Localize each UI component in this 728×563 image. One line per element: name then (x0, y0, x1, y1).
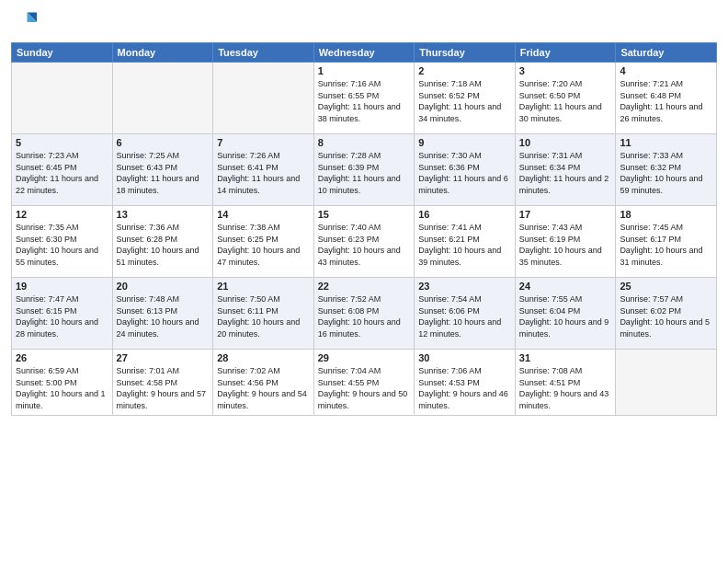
day-number: 4 (620, 65, 712, 76)
day-info: Sunrise: 7:41 AMSunset: 6:21 PMDaylight:… (418, 222, 511, 268)
calendar-cell: 20Sunrise: 7:48 AMSunset: 6:13 PMDayligh… (112, 278, 213, 350)
day-info: Sunrise: 7:31 AMSunset: 6:34 PMDaylight:… (519, 150, 612, 196)
calendar-cell: 25Sunrise: 7:57 AMSunset: 6:02 PMDayligh… (616, 278, 717, 350)
day-info: Sunrise: 7:26 AMSunset: 6:41 PMDaylight:… (217, 150, 310, 196)
day-number: 5 (16, 137, 108, 148)
calendar-cell: 18Sunrise: 7:45 AMSunset: 6:17 PMDayligh… (616, 206, 717, 278)
calendar-cell: 4Sunrise: 7:21 AMSunset: 6:48 PMDaylight… (616, 63, 717, 134)
calendar-week-row: 5Sunrise: 7:23 AMSunset: 6:45 PMDaylight… (12, 134, 717, 206)
calendar-cell: 26Sunrise: 6:59 AMSunset: 5:00 PMDayligh… (12, 350, 113, 416)
calendar-cell: 21Sunrise: 7:50 AMSunset: 6:11 PMDayligh… (213, 278, 314, 350)
day-info: Sunrise: 7:43 AMSunset: 6:19 PMDaylight:… (519, 222, 612, 268)
day-info: Sunrise: 7:47 AMSunset: 6:15 PMDaylight:… (16, 293, 108, 339)
day-info: Sunrise: 7:50 AMSunset: 6:11 PMDaylight:… (217, 293, 310, 339)
calendar-week-row: 1Sunrise: 7:16 AMSunset: 6:55 PMDaylight… (12, 63, 717, 134)
calendar-cell: 3Sunrise: 7:20 AMSunset: 6:50 PMDaylight… (515, 63, 616, 134)
day-number: 28 (217, 352, 310, 363)
day-info: Sunrise: 7:52 AMSunset: 6:08 PMDaylight:… (318, 293, 411, 339)
day-info: Sunrise: 7:55 AMSunset: 6:04 PMDaylight:… (519, 293, 612, 339)
day-number: 15 (318, 209, 411, 220)
calendar-cell: 19Sunrise: 7:47 AMSunset: 6:15 PMDayligh… (12, 278, 113, 350)
calendar-cell: 6Sunrise: 7:25 AMSunset: 6:43 PMDaylight… (112, 134, 213, 206)
day-number: 14 (217, 209, 310, 220)
day-info: Sunrise: 7:21 AMSunset: 6:48 PMDaylight:… (620, 78, 712, 124)
weekday-header: Saturday (616, 43, 717, 63)
day-number: 21 (217, 281, 310, 292)
day-info: Sunrise: 7:23 AMSunset: 6:45 PMDaylight:… (16, 150, 108, 196)
weekday-header: Tuesday (213, 43, 314, 63)
day-info: Sunrise: 7:38 AMSunset: 6:25 PMDaylight:… (217, 222, 310, 268)
calendar-cell: 15Sunrise: 7:40 AMSunset: 6:23 PMDayligh… (313, 206, 415, 278)
calendar-cell: 29Sunrise: 7:04 AMSunset: 4:55 PMDayligh… (313, 350, 415, 416)
header (11, 9, 717, 35)
day-info: Sunrise: 7:01 AMSunset: 4:58 PMDaylight:… (117, 365, 210, 411)
calendar-cell: 8Sunrise: 7:28 AMSunset: 6:39 PMDaylight… (313, 134, 415, 206)
calendar-cell: 12Sunrise: 7:35 AMSunset: 6:30 PMDayligh… (12, 206, 113, 278)
calendar-cell: 16Sunrise: 7:41 AMSunset: 6:21 PMDayligh… (415, 206, 516, 278)
calendar-cell: 27Sunrise: 7:01 AMSunset: 4:58 PMDayligh… (112, 350, 213, 416)
day-info: Sunrise: 7:06 AMSunset: 4:53 PMDaylight:… (418, 365, 511, 411)
day-number: 29 (318, 352, 411, 363)
day-number: 17 (519, 209, 612, 220)
calendar-header-row: SundayMondayTuesdayWednesdayThursdayFrid… (12, 43, 717, 63)
day-number: 9 (418, 137, 511, 148)
day-number: 3 (519, 65, 612, 76)
day-info: Sunrise: 7:18 AMSunset: 6:52 PMDaylight:… (418, 78, 511, 124)
day-info: Sunrise: 7:20 AMSunset: 6:50 PMDaylight:… (519, 78, 612, 124)
calendar-cell (616, 350, 717, 416)
logo-icon (11, 9, 37, 35)
day-info: Sunrise: 7:02 AMSunset: 4:56 PMDaylight:… (217, 365, 310, 411)
day-number: 2 (418, 65, 511, 76)
calendar-cell (213, 63, 314, 134)
calendar-cell: 28Sunrise: 7:02 AMSunset: 4:56 PMDayligh… (213, 350, 314, 416)
day-info: Sunrise: 7:28 AMSunset: 6:39 PMDaylight:… (318, 150, 411, 196)
day-number: 1 (318, 65, 411, 76)
day-info: Sunrise: 7:35 AMSunset: 6:30 PMDaylight:… (16, 222, 108, 268)
calendar-cell: 23Sunrise: 7:54 AMSunset: 6:06 PMDayligh… (415, 278, 516, 350)
day-info: Sunrise: 7:54 AMSunset: 6:06 PMDaylight:… (418, 293, 511, 339)
calendar-cell: 11Sunrise: 7:33 AMSunset: 6:32 PMDayligh… (616, 134, 717, 206)
weekday-header: Monday (112, 43, 213, 63)
weekday-header: Wednesday (313, 43, 415, 63)
calendar-cell: 24Sunrise: 7:55 AMSunset: 6:04 PMDayligh… (515, 278, 616, 350)
day-number: 16 (418, 209, 511, 220)
day-info: Sunrise: 7:36 AMSunset: 6:28 PMDaylight:… (117, 222, 210, 268)
calendar-cell (12, 63, 113, 134)
day-number: 23 (418, 281, 511, 292)
calendar-cell: 2Sunrise: 7:18 AMSunset: 6:52 PMDaylight… (415, 63, 516, 134)
day-number: 20 (117, 281, 210, 292)
calendar-cell: 7Sunrise: 7:26 AMSunset: 6:41 PMDaylight… (213, 134, 314, 206)
day-number: 19 (16, 281, 108, 292)
calendar-cell: 17Sunrise: 7:43 AMSunset: 6:19 PMDayligh… (515, 206, 616, 278)
day-number: 8 (318, 137, 411, 148)
calendar-week-row: 26Sunrise: 6:59 AMSunset: 5:00 PMDayligh… (12, 350, 717, 416)
day-info: Sunrise: 7:40 AMSunset: 6:23 PMDaylight:… (318, 222, 411, 268)
day-number: 18 (620, 209, 712, 220)
page-container: SundayMondayTuesdayWednesdayThursdayFrid… (0, 0, 728, 423)
calendar-cell: 5Sunrise: 7:23 AMSunset: 6:45 PMDaylight… (12, 134, 113, 206)
day-info: Sunrise: 7:16 AMSunset: 6:55 PMDaylight:… (318, 78, 411, 124)
calendar-cell: 31Sunrise: 7:08 AMSunset: 4:51 PMDayligh… (515, 350, 616, 416)
calendar-cell: 1Sunrise: 7:16 AMSunset: 6:55 PMDaylight… (313, 63, 415, 134)
day-number: 25 (620, 281, 712, 292)
logo (11, 9, 40, 35)
calendar-week-row: 12Sunrise: 7:35 AMSunset: 6:30 PMDayligh… (12, 206, 717, 278)
day-number: 12 (16, 209, 108, 220)
day-number: 11 (620, 137, 712, 148)
day-info: Sunrise: 6:59 AMSunset: 5:00 PMDaylight:… (16, 365, 108, 411)
day-number: 27 (117, 352, 210, 363)
calendar-cell (112, 63, 213, 134)
calendar-table: SundayMondayTuesdayWednesdayThursdayFrid… (11, 42, 717, 416)
calendar-cell: 30Sunrise: 7:06 AMSunset: 4:53 PMDayligh… (415, 350, 516, 416)
day-number: 24 (519, 281, 612, 292)
day-info: Sunrise: 7:25 AMSunset: 6:43 PMDaylight:… (117, 150, 210, 196)
day-number: 10 (519, 137, 612, 148)
day-number: 26 (16, 352, 108, 363)
calendar-week-row: 19Sunrise: 7:47 AMSunset: 6:15 PMDayligh… (12, 278, 717, 350)
calendar-cell: 22Sunrise: 7:52 AMSunset: 6:08 PMDayligh… (313, 278, 415, 350)
weekday-header: Thursday (415, 43, 516, 63)
calendar-cell: 10Sunrise: 7:31 AMSunset: 6:34 PMDayligh… (515, 134, 616, 206)
day-info: Sunrise: 7:08 AMSunset: 4:51 PMDaylight:… (519, 365, 612, 411)
calendar-cell: 13Sunrise: 7:36 AMSunset: 6:28 PMDayligh… (112, 206, 213, 278)
day-info: Sunrise: 7:45 AMSunset: 6:17 PMDaylight:… (620, 222, 712, 268)
